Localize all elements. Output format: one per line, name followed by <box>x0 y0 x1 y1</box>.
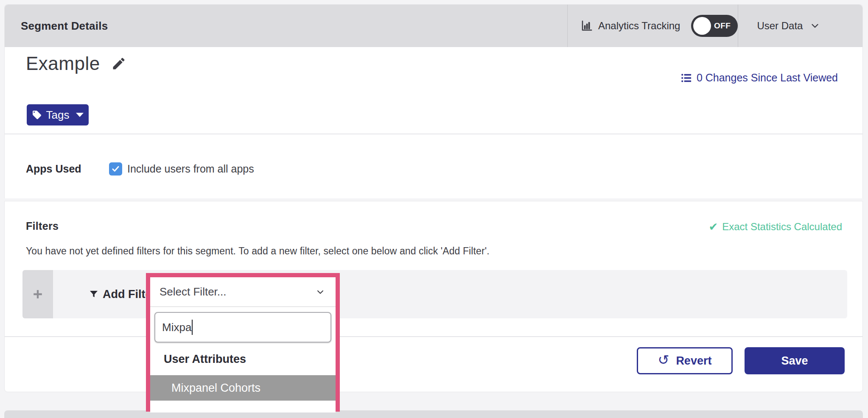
exact-statistics-label: Exact Statistics Calculated <box>722 221 842 233</box>
apps-used-label: Apps Used <box>26 163 109 175</box>
tags-button-label: Tags <box>46 109 70 122</box>
revert-button[interactable]: ↺ Revert <box>637 347 733 374</box>
segment-name: Example <box>26 53 100 74</box>
exact-statistics-badge: ✔ Exact Statistics Calculated <box>708 221 842 233</box>
segment-card: Segment Details Analytics Tracking OFF U… <box>4 4 863 198</box>
analytics-tracking-section: Analytics Tracking OFF <box>567 5 738 47</box>
chevron-down-icon <box>809 20 820 31</box>
page-title: Segment Details <box>5 5 567 47</box>
checkmark-icon <box>111 164 120 173</box>
chevron-down-icon <box>315 287 325 297</box>
changes-link-label: 0 Changes Since Last Viewed <box>697 72 838 84</box>
edit-pencil-icon[interactable] <box>111 56 126 71</box>
filter-select[interactable]: Select Filter... <box>150 277 336 307</box>
save-button-label: Save <box>781 354 808 368</box>
user-data-dropdown[interactable]: User Data <box>738 5 862 47</box>
caret-down-icon <box>76 113 84 117</box>
add-filter-plus-button[interactable] <box>22 270 53 318</box>
check-icon: ✔ <box>708 221 718 232</box>
analytics-tracking-label: Analytics Tracking <box>598 20 680 32</box>
segment-details-page: Segment Details Analytics Tracking OFF U… <box>0 0 868 418</box>
tag-icon <box>32 110 42 120</box>
actions-row: ↺ Revert Save <box>637 347 845 374</box>
page-header: Segment Details Analytics Tracking OFF U… <box>5 5 862 47</box>
section-divider <box>5 134 862 134</box>
apps-used-row: Apps Used Include users from all apps <box>26 162 254 176</box>
include-all-apps-checkbox[interactable] <box>109 162 122 176</box>
filter-select-highlight-box: Select Filter... Mixpa User Attributes M… <box>146 273 340 412</box>
changes-since-last-viewed-link[interactable]: 0 Changes Since Last Viewed <box>680 72 838 84</box>
analytics-tracking-toggle[interactable]: OFF <box>691 15 738 37</box>
filter-funnel-icon <box>89 289 99 299</box>
text-cursor <box>192 320 193 335</box>
include-all-apps-label: Include users from all apps <box>127 163 254 175</box>
dropdown-option-mixpanel-cohorts[interactable]: Mixpanel Cohorts <box>150 375 336 401</box>
segment-name-row: Example <box>26 53 126 74</box>
filters-heading: Filters <box>26 220 59 232</box>
plus-icon <box>32 289 43 300</box>
filter-search-value: Mixpa <box>162 321 191 334</box>
next-section-header-bar <box>4 410 863 418</box>
user-data-label: User Data <box>757 20 803 32</box>
revert-button-label: Revert <box>676 354 711 368</box>
toggle-knob <box>693 17 711 35</box>
filters-card: Filters ✔ Exact Statistics Calculated Yo… <box>4 201 863 392</box>
toggle-state-label: OFF <box>714 15 731 37</box>
save-button[interactable]: Save <box>745 347 845 374</box>
changelog-list-icon <box>680 72 692 84</box>
undo-icon: ↺ <box>658 353 669 367</box>
filter-select-value: Select Filter... <box>160 285 227 298</box>
actions-divider <box>5 336 862 337</box>
filter-dropdown-list: Mixpa User Attributes Mixpanel Cohorts <box>150 312 336 412</box>
tags-button[interactable]: Tags <box>27 104 89 125</box>
filters-empty-message: You have not yet defined filters for thi… <box>26 245 490 257</box>
filter-search-input[interactable]: Mixpa <box>154 312 331 343</box>
dropdown-group-header: User Attributes <box>164 353 336 366</box>
bar-chart-icon <box>580 20 593 32</box>
